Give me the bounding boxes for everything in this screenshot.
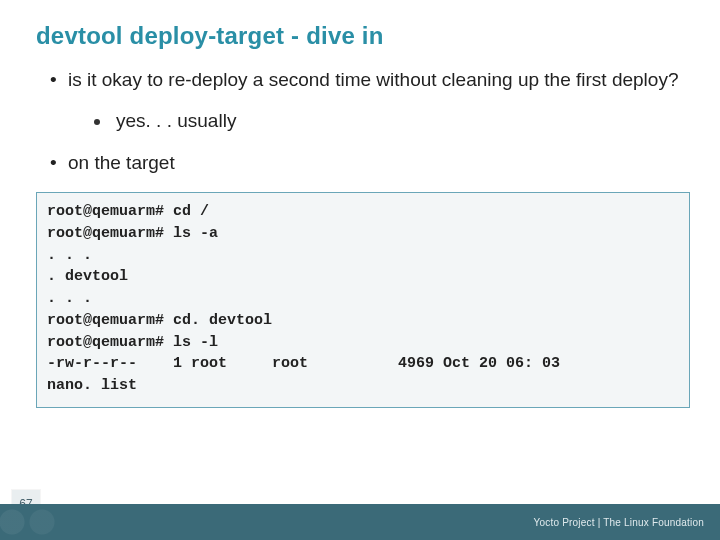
bullet-level1: • is it okay to re-deploy a second time …	[50, 68, 684, 93]
bullet-text: is it okay to re-deploy a second time wi…	[68, 68, 678, 93]
bullet-level1: • on the target	[50, 151, 684, 176]
footer-attribution: Yocto Project | The Linux Foundation	[534, 517, 704, 528]
bullet-dot2-icon	[94, 109, 116, 134]
bullet-dot-icon: •	[50, 68, 68, 93]
bullet-dot-icon: •	[50, 151, 68, 176]
slide: devtool deploy-target - dive in • is it …	[0, 0, 720, 540]
bullet-level2: yes. . . usually	[94, 109, 684, 134]
bullet-text: on the target	[68, 151, 175, 176]
slide-content: • is it okay to re-deploy a second time …	[0, 56, 720, 176]
bullet-text: yes. . . usually	[116, 109, 236, 134]
terminal-output: root@qemuarm# cd / root@qemuarm# ls -a .…	[36, 192, 690, 408]
footer-bar: Yocto Project | The Linux Foundation	[0, 504, 720, 540]
slide-title: devtool deploy-target - dive in	[0, 0, 720, 56]
